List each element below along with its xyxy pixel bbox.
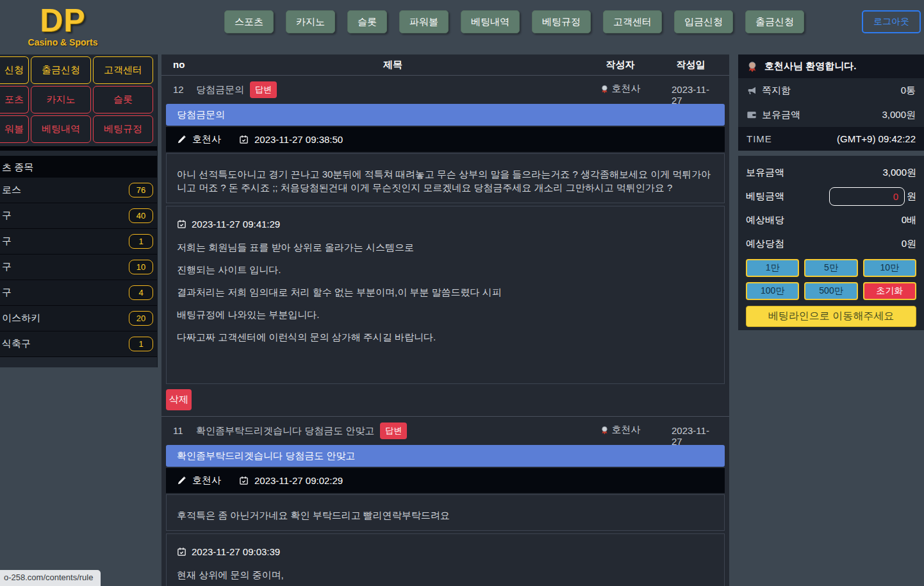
site-logo[interactable]: DP Casino & Sports [24, 4, 101, 47]
bet-balance-row: 보유금액 3,000원 [746, 161, 916, 185]
meta-author: 호천사 [192, 133, 221, 146]
betting-panel: 보유금액 3,000원 베팅금액 원 예상배당 0배 예상당첨 0원 1만 5만… [738, 156, 924, 330]
nav-sports-button[interactable]: 스포츠 [224, 10, 274, 33]
medal-icon [600, 426, 609, 435]
reply-date-row: 2023-11-27 09:41:29 [177, 219, 714, 230]
nav-bet-history-button[interactable]: 베팅내역 [461, 10, 520, 33]
meta-datetime: 2023-11-27 09:38:50 [254, 134, 343, 145]
chip-50k-button[interactable]: 5만 [804, 259, 857, 277]
reply-line: 배팅규정에 나와있는 부분입니다. [177, 308, 714, 321]
reply-datetime: 2023-11-27 09:03:39 [192, 546, 280, 557]
sidebar-menu-grid: 신청 출금신청 고객센터 포츠 카지노 슬롯 워볼 베팅내역 베팅규정 [0, 54, 157, 143]
sport-item-cross[interactable]: 로스 76 [0, 178, 157, 203]
post-detail-titlebar: 당첨금문의 [166, 104, 725, 126]
nav-slots-button[interactable]: 슬롯 [347, 10, 387, 33]
post-detail-titlebar: 확인좀부탁드리겟습니다 당첨금도 안맞고 [166, 445, 725, 467]
welcome-row: 호천사님 환영합니다. [738, 54, 924, 78]
column-author: 작성자 [606, 59, 635, 71]
balance-label: 보유금액 [762, 109, 800, 121]
sport-item-icehockey[interactable]: 이스하키 20 [0, 306, 157, 331]
sport-label: 식축구 [2, 338, 31, 350]
expected-odds-row: 예상배당 0배 [746, 208, 916, 232]
sidebar-divider [0, 146, 157, 151]
sidebar-support-button[interactable]: 고객센터 [93, 56, 153, 84]
expected-win-label: 예상당첨 [746, 238, 784, 250]
post-row-12[interactable]: 12 당첨금문의 답변 호천사 2023-11-27 [161, 76, 729, 104]
sport-label: 구 [2, 210, 12, 222]
sports-category-list: 츠 종목 로스 76 구 40 구 1 구 10 구 4 이스하키 20 식축구… [0, 156, 157, 357]
quick-amount-grid: 1만 5만 10만 100만 500만 초기화 [746, 259, 916, 300]
sport-count-badge: 20 [129, 311, 153, 326]
post-reply: 2023-11-27 09:41:29 저희는 회원님들 표를 받아 상위로 올… [166, 206, 725, 384]
inbox-label: 쪽지함 [762, 85, 791, 97]
column-no: no [173, 59, 185, 70]
meta-datetime: 2023-11-27 09:02:29 [254, 475, 343, 486]
bet-amount-input[interactable] [829, 187, 905, 206]
logo-subtitle: Casino & Sports [24, 37, 101, 47]
sport-label: 이스하키 [2, 312, 40, 324]
bet-amount-row: 베팅금액 원 [746, 185, 916, 208]
meta-author: 호천사 [192, 474, 221, 487]
go-to-betting-line-button[interactable]: 베팅라인으로 이동해주세요 [746, 306, 916, 327]
chip-5m-button[interactable]: 500만 [804, 282, 857, 300]
chip-100k-button[interactable]: 10만 [863, 259, 916, 277]
sidebar-bet-history-button[interactable]: 베팅내역 [31, 115, 91, 143]
sports-list-header: 츠 종목 [0, 156, 157, 178]
sport-label: 구 [2, 261, 12, 273]
sport-count-badge: 10 [129, 260, 153, 274]
answered-badge: 답변 [250, 81, 277, 98]
inbox-row[interactable]: 쪽지함 0통 [738, 78, 924, 103]
calendar-check-icon [239, 476, 249, 485]
sidebar-withdraw-button[interactable]: 출금신청 [31, 56, 91, 84]
logout-button[interactable]: 로그아웃 [862, 10, 921, 33]
bet-balance-label: 보유금액 [746, 167, 784, 179]
sidebar-sports-button[interactable]: 포츠 [0, 86, 29, 113]
post-title-text: 당첨금문의 [196, 84, 244, 96]
left-sidebar: 신청 출금신청 고객센터 포츠 카지노 슬롯 워볼 베팅내역 베팅규정 츠 종목… [0, 54, 158, 367]
post-reply: 2023-11-27 09:03:39 현재 상위에 문의 중이며, 답변 기다… [166, 533, 725, 586]
post-row-11[interactable]: 11 확인좀부탁드리겟습니다 당첨금도 안맞고 답변 호천사 2023-11-2… [161, 417, 729, 445]
sport-item-football[interactable]: 식축구 1 [0, 331, 157, 357]
sidebar-deposit-button[interactable]: 신청 [0, 56, 29, 84]
sidebar-powerball-button[interactable]: 워볼 [0, 115, 29, 143]
delete-button[interactable]: 삭제 [166, 389, 192, 410]
chip-10k-button[interactable]: 1만 [746, 259, 799, 277]
post-author: 호천사 [600, 83, 641, 95]
sport-count-badge: 4 [129, 285, 153, 300]
column-date: 작성일 [677, 59, 705, 71]
calendar-check-icon [177, 219, 186, 229]
nav-casino-button[interactable]: 카지노 [286, 10, 335, 33]
post-title-text: 확인좀부탁드리겟습니다 당첨금도 안맞고 [196, 425, 374, 437]
sidebar-bet-rules-button[interactable]: 베팅규정 [93, 115, 153, 143]
column-title: 제목 [383, 59, 402, 71]
calendar-check-icon [177, 547, 186, 557]
main-nav: 스포츠 카지노 슬롯 파워볼 베팅내역 베팅규정 고객센터 입금신청 출금신청 [224, 10, 804, 33]
time-label: TIME [747, 133, 772, 144]
bet-amount-suffix: 원 [907, 190, 916, 203]
expected-win-value: 0원 [902, 238, 916, 250]
sport-item-basketball[interactable]: 구 10 [0, 255, 157, 280]
sport-item-baseball[interactable]: 구 1 [0, 229, 157, 255]
user-info-panel: 호천사님 환영합니다. 쪽지함 0통 보유금액 3,000원 TIME (GMT… [738, 54, 924, 151]
sidebar-casino-button[interactable]: 카지노 [31, 86, 91, 113]
post-detail-11: 확인좀부탁드리겟습니다 당첨금도 안맞고 호천사 2023-11-27 09:0… [166, 445, 725, 586]
sidebar-slots-button[interactable]: 슬롯 [93, 86, 153, 113]
balance-value: 3,000원 [882, 109, 916, 121]
bet-balance-value: 3,000원 [882, 167, 916, 179]
nav-bet-rules-button[interactable]: 베팅규정 [532, 10, 591, 33]
nav-withdraw-button[interactable]: 출금신청 [745, 10, 804, 33]
expected-odds-value: 0배 [902, 214, 916, 226]
post-title: 확인좀부탁드리겟습니다 당첨금도 안맞고 답변 [196, 423, 407, 439]
post-detail-12: 당첨금문의 호천사 2023-11-27 09:38:50 아니 선적특도아니고… [166, 104, 725, 384]
nav-deposit-button[interactable]: 입금신청 [674, 10, 733, 33]
sport-item-volleyball[interactable]: 구 4 [0, 280, 157, 306]
welcome-text: 호천사님 환영합니다. [764, 60, 856, 72]
sport-item-soccer[interactable]: 구 40 [0, 203, 157, 229]
reset-button[interactable]: 초기화 [863, 282, 916, 300]
nav-support-button[interactable]: 고객센터 [603, 10, 662, 33]
link-preview-tooltip: o-258.com/contents/rule [0, 570, 101, 586]
calendar-check-icon [239, 135, 249, 144]
reply-line: 저희는 회원님들 표를 받아 상위로 올라가는 시스템으로 [177, 240, 714, 254]
chip-1m-button[interactable]: 100만 [746, 282, 799, 300]
nav-powerball-button[interactable]: 파워볼 [399, 10, 449, 33]
